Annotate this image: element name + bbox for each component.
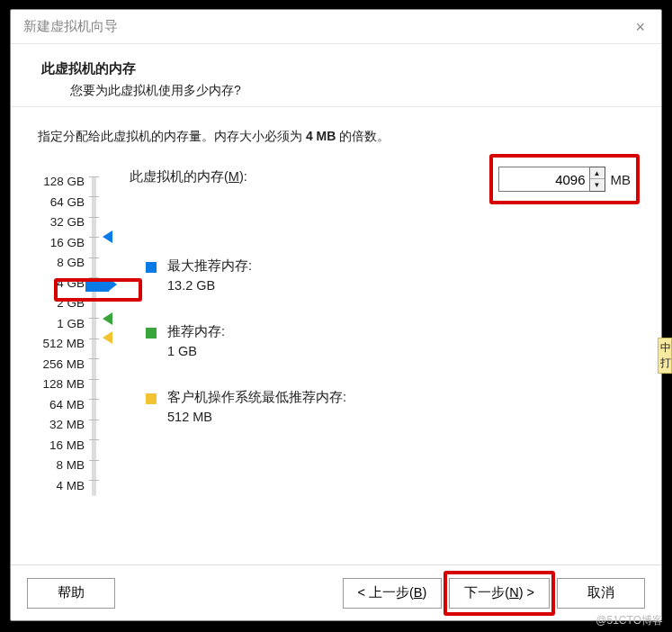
cancel-button[interactable]: 取消 — [557, 578, 645, 609]
header: 此虚拟机的内存 您要为此虚拟机使用多少内存? — [11, 44, 661, 106]
memlabel-pre: 此虚拟机的内存( — [130, 169, 228, 184]
page-title: 此虚拟机的内存 — [41, 60, 631, 77]
memory-tick-labels: 128 GB 64 GB 32 GB 16 GB 8 GB 4 GB 2 GB … — [31, 172, 86, 496]
instruction-post: 的倍数。 — [336, 129, 390, 143]
body: 指定分配给此虚拟机的内存量。内存大小必须为 4 MB 的倍数。 128 GB 6… — [11, 106, 661, 564]
tick-label: 512 MB — [31, 334, 85, 355]
footer: 帮助 < 上一步(B) 下一步(N) > 取消 — [11, 564, 661, 620]
tick-label: 32 MB — [31, 415, 85, 436]
memory-unit: MB — [611, 172, 632, 187]
tick-label: 4 MB — [31, 476, 85, 497]
memory-input[interactable] — [498, 167, 590, 192]
legend: 最大推荐内存: 13.2 GB 推荐内存: 1 GB — [146, 257, 641, 424]
legend-min-title: 客户机操作系统最低推荐内存: — [167, 389, 346, 406]
memory-field-label: 此虚拟机的内存(M): — [130, 168, 247, 185]
page-subtitle: 您要为此虚拟机使用多少内存? — [70, 83, 631, 99]
tick-label: 8 GB — [31, 253, 85, 274]
legend-max-title: 最大推荐内存: — [167, 257, 252, 275]
memory-spinner[interactable]: ▲ ▼ — [590, 167, 605, 192]
square-icon — [146, 393, 157, 404]
instruction-pre: 指定分配给此虚拟机的内存量。内存大小必须为 — [38, 129, 306, 143]
tick-label: 128 GB — [31, 172, 85, 193]
side-callout: 中打 — [658, 338, 672, 374]
square-icon — [146, 262, 157, 273]
instruction: 指定分配给此虚拟机的内存量。内存大小必须为 4 MB 的倍数。 — [38, 129, 641, 145]
legend-rec-value: 1 GB — [167, 344, 225, 358]
tick-label: 32 GB — [31, 212, 85, 233]
tick-label: 1 GB — [31, 314, 85, 335]
marker-rec-icon — [103, 312, 112, 325]
legend-rec-title: 推荐内存: — [167, 323, 225, 340]
marker-min-icon — [103, 331, 112, 344]
memlabel-post: ): — [239, 169, 247, 184]
tick-label: 16 GB — [31, 233, 85, 254]
instruction-bold: 4 MB — [306, 129, 336, 143]
help-button[interactable]: 帮助 — [27, 578, 115, 609]
square-icon — [146, 328, 157, 339]
legend-min-value: 512 MB — [167, 410, 346, 424]
tick-label: 128 MB — [31, 375, 85, 395]
tick-label: 64 MB — [31, 395, 85, 416]
tick-label: 8 MB — [31, 456, 85, 476]
window-title: 新建虚拟机向导 — [23, 18, 118, 35]
memlabel-key: M — [228, 169, 239, 184]
legend-min: 客户机操作系统最低推荐内存: 512 MB — [146, 389, 641, 424]
tick-label: 256 MB — [31, 355, 85, 375]
tick-label: 16 MB — [31, 436, 85, 456]
memory-slider[interactable] — [86, 172, 130, 505]
wizard-dialog: 新建虚拟机向导 × 此虚拟机的内存 您要为此虚拟机使用多少内存? 指定分配给此虚… — [10, 9, 662, 621]
marker-max-icon — [103, 230, 112, 243]
close-icon[interactable]: × — [632, 15, 649, 39]
tick-label: 64 GB — [31, 193, 85, 213]
spinner-up-icon[interactable]: ▲ — [590, 167, 605, 179]
highlight-memory-input: ▲ ▼ MB — [489, 154, 641, 204]
legend-max-value: 13.2 GB — [167, 278, 252, 293]
back-button[interactable]: < 上一步(B) — [343, 578, 443, 609]
legend-rec: 推荐内存: 1 GB — [146, 323, 641, 358]
spinner-down-icon[interactable]: ▼ — [590, 179, 605, 191]
legend-max: 最大推荐内存: 13.2 GB — [146, 257, 641, 293]
next-button[interactable]: 下一步(N) > — [449, 578, 550, 609]
titlebar: 新建虚拟机向导 × — [11, 10, 661, 44]
